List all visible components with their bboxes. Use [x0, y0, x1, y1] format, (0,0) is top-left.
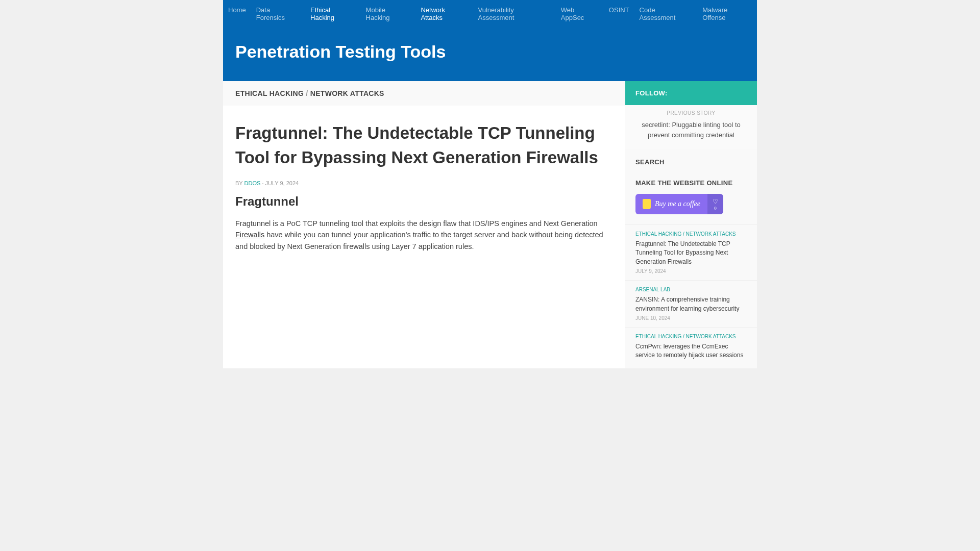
related-cats[interactable]: ETHICAL HACKING / NETWORK ATTACKS [635, 231, 747, 237]
author-link[interactable]: DDOS [244, 180, 261, 186]
heart-icon: ♡ [713, 198, 718, 206]
firewalls-link[interactable]: Firewalls [235, 231, 264, 239]
nav-item-malware-offense[interactable]: Malware Offense [697, 0, 757, 28]
bmc-main: Buy me a coffee [635, 194, 707, 214]
nav-item-home[interactable]: Home [223, 0, 251, 28]
related-date: JUNE 10, 2024 [635, 315, 747, 321]
follow-bar: FOLLOW: [625, 81, 757, 105]
category-separator: / [306, 89, 308, 97]
category-link-ethical-hacking[interactable]: ETHICAL HACKING [235, 89, 304, 97]
previous-story-title: secretlint: Pluggable linting tool to pr… [625, 116, 757, 149]
body-text-post: have while you can tunnel your applicati… [235, 231, 603, 250]
sidebar: FOLLOW: PREVIOUS STORY secretlint: Plugg… [625, 81, 757, 368]
nav-item-ethical-hacking[interactable]: Ethical Hacking [305, 0, 361, 28]
byline-dot: · [262, 180, 263, 186]
related-cats[interactable]: ETHICAL HACKING / NETWORK ATTACKS [635, 334, 747, 339]
nav-item-code-assessment[interactable]: Code Assessment [634, 0, 698, 28]
site-title[interactable]: Penetration Testing Tools [235, 42, 745, 62]
page-wrapper: Home Data Forensics Ethical Hacking Mobi… [223, 0, 757, 368]
related-item[interactable]: ETHICAL HACKING / NETWORK ATTACKS CcmPwn… [625, 327, 757, 368]
byline-by: BY [235, 180, 242, 186]
related-title: ZANSIN: A comprehensive training environ… [635, 295, 747, 313]
byline: BY DDOS · JULY 9, 2024 [235, 180, 613, 186]
related-date: JULY 9, 2024 [635, 268, 747, 274]
main-column: ETHICAL HACKING / NETWORK ATTACKS Fragtu… [223, 81, 625, 368]
related-cats[interactable]: ARSENAL LAB [635, 287, 747, 292]
related-item[interactable]: ETHICAL HACKING / NETWORK ATTACKS Fragtu… [625, 224, 757, 280]
nav-item-vulnerability-assessment[interactable]: Vulnerability Assessment [473, 0, 556, 28]
top-nav: Home Data Forensics Ethical Hacking Mobi… [223, 0, 757, 28]
nav-item-data-forensics[interactable]: Data Forensics [251, 0, 305, 28]
category-link-network-attacks[interactable]: NETWORK ATTACKS [310, 89, 384, 97]
previous-story-label: PREVIOUS STORY [625, 105, 757, 116]
nav-item-osint[interactable]: OSINT [604, 0, 634, 28]
previous-story[interactable]: PREVIOUS STORY secretlint: Pluggable lin… [625, 105, 757, 149]
related-title: Fragtunnel: The Undetectable TCP Tunneli… [635, 240, 747, 266]
nav-item-network-attacks[interactable]: Network Attacks [415, 0, 473, 28]
bmc-label: Buy me a coffee [655, 200, 700, 208]
search-heading: SEARCH [625, 149, 757, 170]
nav-item-mobile-hacking[interactable]: Mobile Hacking [361, 0, 416, 28]
coffee-cup-icon [643, 199, 651, 209]
category-bar: ETHICAL HACKING / NETWORK ATTACKS [223, 81, 625, 106]
section-heading: Fragtunnel [235, 194, 613, 209]
bmc-like-count: 0 [714, 206, 717, 211]
buy-me-a-coffee-button[interactable]: Buy me a coffee ♡ 0 [635, 194, 723, 214]
hero-banner: Penetration Testing Tools [223, 28, 757, 81]
bmc-like: ♡ 0 [707, 194, 723, 214]
body-text-pre: Fragtunnel is a PoC TCP tunneling tool t… [235, 219, 598, 228]
article-date: JULY 9, 2024 [265, 180, 299, 186]
article-body: Fragtunnel is a PoC TCP tunneling tool t… [235, 218, 613, 252]
related-item[interactable]: ARSENAL LAB ZANSIN: A comprehensive trai… [625, 280, 757, 327]
article-content: Fragtunnel: The Undetectable TCP Tunneli… [223, 106, 625, 267]
content-row: ETHICAL HACKING / NETWORK ATTACKS Fragtu… [223, 81, 757, 368]
bmc-heading: MAKE THE WEBSITE ONLINE [625, 170, 757, 191]
nav-item-web-appsec[interactable]: Web AppSec [556, 0, 604, 28]
related-title: CcmPwn: leverages the CcmExec service to… [635, 342, 747, 360]
article-title: Fragtunnel: The Undetectable TCP Tunneli… [235, 121, 613, 170]
